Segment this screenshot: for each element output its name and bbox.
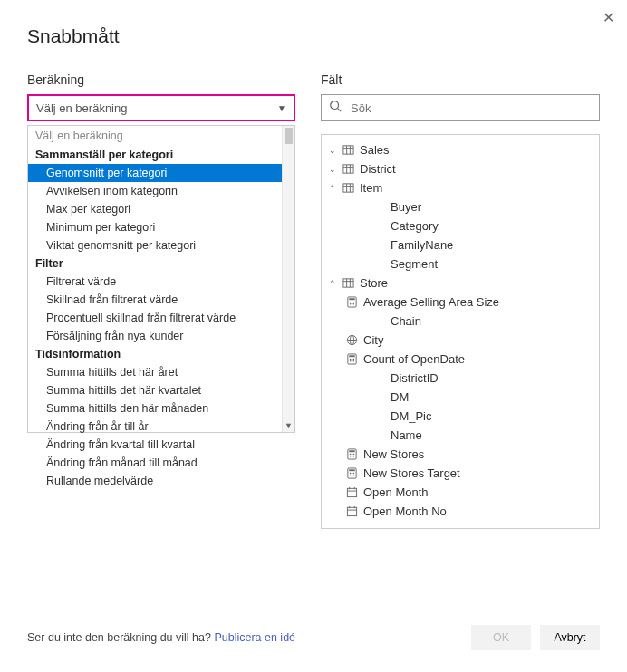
calculation-select[interactable]: Välj en beräkning ▼ (27, 94, 295, 121)
publish-idea-link[interactable]: Publicera en idé (214, 631, 295, 644)
dropdown-item[interactable]: Summa hittills den här månaden (28, 399, 294, 418)
tree-label: Store (356, 276, 388, 290)
close-icon[interactable]: ✕ (603, 9, 614, 26)
tree-field-row[interactable]: New Stores (325, 445, 595, 464)
dropdown-item[interactable]: Försäljning från nya kunder (28, 327, 294, 345)
dropdown-item[interactable]: Viktat genomsnitt per kategori (28, 236, 294, 254)
table-icon (340, 182, 356, 194)
search-icon (329, 100, 342, 116)
tree-table-row[interactable]: ⌃Item (325, 178, 595, 197)
svg-point-24 (351, 303, 352, 304)
svg-rect-30 (349, 355, 355, 357)
dropdown-item[interactable]: Summa hittills det här kvartalet (28, 381, 294, 399)
tree-field-row[interactable]: New Stores Target (325, 464, 595, 483)
dropdown-item[interactable]: Minimum per kategori (28, 218, 294, 236)
svg-point-34 (349, 360, 350, 361)
dropdown-item[interactable]: Procentuell skillnad från filtrerat värd… (28, 309, 294, 327)
tree-label: District (356, 162, 396, 176)
tree-label: DistrictID (387, 371, 439, 385)
dropdown-item[interactable]: Ändring från kvartal till kvartal (28, 436, 294, 454)
tree-field-row[interactable]: Average Selling Area Size (325, 293, 595, 312)
svg-point-36 (352, 360, 353, 361)
tree-field-row[interactable]: City (325, 331, 595, 350)
svg-point-23 (349, 303, 350, 304)
dropdown-item[interactable]: Rullande medelvärde (28, 472, 294, 490)
svg-rect-14 (342, 279, 352, 287)
tree-label: Count of OpenDate (360, 352, 465, 366)
dropdown-scrollbar[interactable]: ▲ ▼ (282, 126, 294, 432)
dropdown-prompt: Välj en beräkning (28, 126, 294, 146)
tree-field-row[interactable]: Count of OpenDate (325, 350, 595, 369)
tree-label: Segment (387, 257, 438, 271)
tree-table-row[interactable]: ⌄Sales (325, 140, 595, 159)
svg-point-48 (351, 473, 352, 474)
tree-field-row[interactable]: Buyer (325, 197, 595, 216)
tree-field-row[interactable]: Open Month No (325, 502, 595, 521)
svg-point-31 (349, 359, 350, 360)
search-box[interactable] (321, 94, 600, 121)
dropdown-item[interactable]: Genomsnitt per kategori (28, 164, 294, 182)
tree-label: DM_Pic (387, 409, 432, 423)
dropdown-item[interactable]: Ändring från månad till månad (28, 454, 294, 472)
svg-point-22 (352, 302, 353, 302)
svg-rect-6 (342, 165, 352, 173)
svg-point-39 (349, 454, 350, 455)
tree-label: City (360, 333, 383, 347)
svg-point-49 (352, 473, 353, 474)
svg-point-40 (351, 454, 352, 455)
tree-field-row[interactable]: DM (325, 388, 595, 407)
svg-line-1 (338, 109, 342, 112)
svg-point-20 (349, 302, 350, 302)
tree-label: New Stores (360, 447, 424, 461)
geo-icon (343, 334, 360, 346)
tree-field-row[interactable]: FamilyNane (325, 235, 595, 254)
svg-rect-46 (349, 469, 355, 471)
calc-icon (343, 448, 360, 460)
tree-field-row[interactable]: Category (325, 216, 595, 235)
svg-point-41 (352, 454, 353, 455)
calc-icon (343, 296, 360, 308)
tree-label: Chain (387, 314, 421, 328)
tree-label: New Stores Target (360, 466, 460, 480)
tree-label: Item (356, 181, 382, 195)
dropdown-item[interactable]: Summa hittills det här året (28, 363, 294, 381)
tree-field-row[interactable]: Open Month (325, 483, 595, 502)
fields-tree: ⌄Sales⌄District⌃ItemBuyerCategoryFamilyN… (321, 134, 600, 529)
scroll-down-icon[interactable]: ▼ (283, 419, 294, 432)
tree-field-row[interactable]: Segment (325, 254, 595, 274)
svg-point-52 (352, 475, 353, 475)
tree-field-row[interactable]: DistrictID (325, 369, 595, 388)
chevron-down-icon: ⌄ (329, 146, 340, 155)
tree-label: Average Selling Area Size (360, 295, 499, 309)
dropdown-item[interactable]: Avvikelsen inom kategorin (28, 182, 294, 200)
dropdown-group: Tidsinformation (28, 345, 294, 363)
dropdown-item[interactable]: Max per kategori (28, 200, 294, 218)
svg-rect-19 (349, 298, 355, 300)
cancel-button[interactable]: Avbryt (540, 625, 600, 650)
ok-button[interactable]: OK (471, 625, 531, 650)
tree-label: Category (387, 219, 439, 233)
svg-point-25 (352, 303, 353, 304)
svg-point-32 (351, 359, 352, 360)
svg-rect-10 (342, 184, 352, 192)
svg-point-33 (352, 359, 353, 360)
search-input[interactable] (349, 101, 592, 116)
tree-label: DM (387, 390, 409, 404)
tree-field-row[interactable]: Chain (325, 312, 595, 331)
tree-label: FamilyNane (387, 238, 453, 252)
tree-table-row[interactable]: ⌄District (325, 159, 595, 178)
dropdown-item[interactable]: Skillnad från filtrerat värde (28, 291, 294, 309)
tree-field-row[interactable]: DM_Pic (325, 407, 595, 426)
tree-table-row[interactable]: ⌃Store (325, 274, 595, 293)
footer-hint: Ser du inte den beräkning du vill ha? Pu… (27, 631, 295, 644)
svg-point-21 (351, 302, 352, 302)
tree-label: Open Month (360, 485, 429, 499)
tree-field-row[interactable]: Name (325, 426, 595, 445)
chevron-down-icon: ⌄ (329, 165, 340, 174)
date-icon (343, 486, 360, 498)
dropdown-item[interactable]: Filtrerat värde (28, 273, 294, 291)
svg-point-44 (352, 456, 353, 456)
scrollbar-thumb[interactable] (285, 128, 293, 144)
tree-label: Open Month No (360, 504, 447, 518)
dropdown-item[interactable]: Ändring från år till år (28, 418, 294, 436)
